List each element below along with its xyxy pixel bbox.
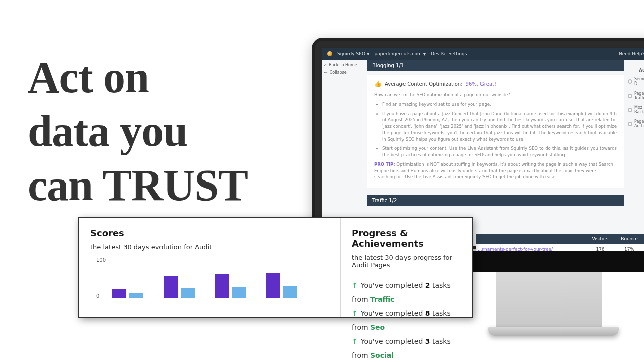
ytick-100: 100 — [96, 257, 106, 263]
progress-title: Progress & Achievements — [352, 228, 461, 249]
app-logo-icon — [327, 51, 332, 56]
progress-subtitle: the latest 30 days progress for Audit Pa… — [352, 254, 461, 269]
up-arrow-icon: ↑ — [352, 281, 358, 289]
bar-primary — [164, 276, 178, 298]
domain-menu[interactable]: paperfingercuts.com▼ — [374, 51, 426, 56]
sidebar-item-moz[interactable]: Moz Backli — [628, 105, 644, 114]
ach-category: Traffic — [370, 295, 394, 303]
ach-category: Social — [370, 351, 394, 359]
avg-optimization-value: 96%. Great! — [466, 80, 496, 88]
status-dot-icon — [628, 94, 632, 98]
devkit-link[interactable]: Dev Kit Settings — [431, 51, 467, 56]
table-header: Visitors Bounce — [476, 234, 644, 244]
progress-panel: Progress & Achievements the latest 30 da… — [341, 218, 472, 317]
laptop-screen: Squirrly SEO▼ paperfingercuts.com▼ Dev K… — [322, 48, 644, 246]
scores-progress-card: Scores the latest 30 days evolution for … — [78, 217, 473, 318]
ach-count: 8 — [425, 309, 430, 317]
right-sidebar: Audit Semrush R Page Traffic Moz Backli … — [626, 60, 644, 246]
bar-group — [164, 276, 195, 298]
tip-bullet-3: Start optimizing your content. Use the L… — [382, 145, 617, 158]
ach-prefix: You've completed — [361, 281, 425, 289]
bar-primary — [266, 273, 280, 298]
up-arrow-icon: ↑ — [352, 337, 358, 345]
ach-prefix: You've completed — [361, 337, 425, 345]
monitor-stand — [496, 269, 602, 330]
pro-tip-label: PRO TIP: — [374, 162, 395, 167]
thumbs-up-icon: 👍 — [374, 79, 382, 88]
sidebar-item-page-auth[interactable]: Page Auth — [628, 119, 644, 128]
bar-primary — [215, 274, 229, 298]
avg-optimization-label: Average Content Optimization: — [385, 80, 463, 88]
achievement-row: ↑You've completed 3 tasks from Social — [352, 334, 461, 362]
bar-group — [112, 289, 143, 298]
sidebar-label: Page Auth — [634, 119, 644, 128]
status-dot-icon — [628, 122, 632, 126]
col-bounce: Bounce — [615, 236, 644, 241]
help-menu[interactable]: Need Help?▼ — [619, 51, 644, 56]
how-fix-question: How can we fix the SEO optimization of a… — [374, 92, 617, 98]
bar-secondary — [232, 287, 246, 298]
sidebar-item-semrush[interactable]: Semrush R — [628, 77, 644, 86]
sidebar-label: Page Traffic — [634, 91, 644, 100]
achievement-row: ↑You've completed 2 tasks from Traffic — [352, 278, 461, 306]
nav-back-label: Back To Home — [329, 63, 357, 67]
status-dot-icon — [628, 108, 632, 112]
nav-collapse-label: Collapse — [330, 70, 347, 75]
scores-title: Scores — [90, 228, 329, 238]
sidebar-label: Semrush R — [634, 77, 644, 86]
monitor-foot — [488, 327, 619, 336]
hero-line-1: Act on — [28, 50, 248, 104]
up-arrow-icon: ↑ — [352, 309, 358, 317]
sidebar-title: Audit — [628, 68, 644, 73]
ach-category: Seo — [370, 323, 385, 331]
scores-bar-chart: 100 0 — [97, 260, 329, 305]
hero-line-2: data you — [28, 104, 248, 158]
achievement-row: ↑You've completed 8 tasks from Seo — [352, 306, 461, 334]
tip-bullet-1: Find an amazing keyword set to use for y… — [382, 101, 617, 108]
section-header-blogging[interactable]: Blogging 1/1 — [367, 60, 624, 71]
scores-subtitle: the latest 30 days evolution for Audit — [90, 243, 329, 251]
nav-back-home[interactable]: ⌂ Back To Home — [324, 63, 363, 67]
bar-group — [266, 273, 297, 298]
sidebar-label: Moz Backli — [634, 105, 644, 114]
col-visitors: Visitors — [586, 236, 615, 241]
app-name-menu[interactable]: Squirrly SEO▼ — [337, 51, 369, 56]
ach-prefix: You've completed — [361, 309, 425, 317]
status-dot-icon — [628, 79, 632, 84]
scores-panel: Scores the latest 30 days evolution for … — [79, 218, 341, 317]
bar-secondary — [181, 288, 195, 298]
hero-line-3: can TRUST — [28, 158, 248, 212]
app-topbar: Squirrly SEO▼ paperfingercuts.com▼ Dev K… — [322, 48, 644, 60]
pro-tip: PRO TIP: Optimization is NOT about stuff… — [374, 161, 617, 180]
blogging-card: 👍 Average Content Optimization: 96%. Gre… — [367, 75, 624, 188]
bar-secondary — [283, 286, 297, 298]
ach-count: 3 — [425, 337, 430, 345]
pro-tip-text: Optimization is NOT about stuffing in ke… — [374, 162, 613, 180]
bar-secondary — [129, 293, 143, 298]
hero-heading: Act on data you can TRUST — [28, 50, 248, 212]
ytick-0: 0 — [96, 293, 99, 299]
home-icon: ⌂ — [324, 63, 327, 67]
section-header-traffic[interactable]: Traffic 1/2 — [367, 195, 624, 206]
sidebar-item-page-traffic[interactable]: Page Traffic — [628, 91, 644, 100]
tip-bullet-2: If you have a page about a Jazz Concert … — [382, 111, 617, 143]
ach-count: 2 — [425, 281, 430, 289]
bar-primary — [112, 289, 126, 298]
bar-group — [215, 274, 246, 298]
chevron-left-icon: ← — [324, 70, 328, 75]
nav-collapse[interactable]: ← Collapse — [324, 70, 363, 75]
